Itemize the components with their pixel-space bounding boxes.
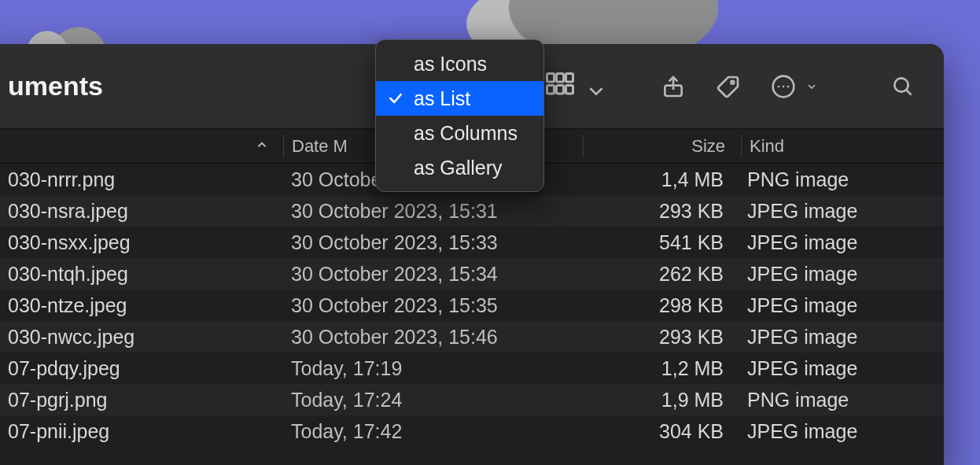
file-kind: JPEG image xyxy=(739,357,944,380)
search-button[interactable] xyxy=(886,69,920,104)
share-button[interactable] xyxy=(656,69,691,104)
sort-ascending-icon xyxy=(255,136,269,157)
file-size: 262 KB xyxy=(582,263,739,286)
window-title: uments xyxy=(8,71,103,101)
file-date: Today, 17:19 xyxy=(283,357,582,380)
file-size: 298 KB xyxy=(582,294,739,317)
view-as-menu: as Iconsas Listas Columnsas Gallery xyxy=(375,39,544,192)
svg-point-1 xyxy=(731,80,734,83)
file-row[interactable]: 07-pgrj.pngToday, 17:241,9 MBPNG image xyxy=(0,384,944,415)
file-list: 030-nrrr.png30 October 2023, 15:291,4 MB… xyxy=(0,164,944,447)
file-row[interactable]: 030-nwcc.jpeg30 October 2023, 15:46293 K… xyxy=(0,321,944,352)
file-size: 1,4 MB xyxy=(582,168,739,191)
file-name: 030-nsxx.jpeg xyxy=(0,231,283,254)
file-size: 293 KB xyxy=(582,200,739,223)
file-date: 30 October 2023, 15:34 xyxy=(283,263,582,286)
grid-icon xyxy=(546,72,574,99)
chevron-down-icon xyxy=(582,79,595,92)
view-menu-item-label: as Icons xyxy=(414,53,487,76)
view-menu-item-label: as Columns xyxy=(414,122,518,145)
column-header-size[interactable]: Size xyxy=(584,136,741,157)
more-actions-button[interactable] xyxy=(766,69,818,104)
file-name: 030-ntze.jpeg xyxy=(0,294,283,317)
chevron-down-icon xyxy=(805,80,818,93)
file-name: 030-nrrr.png xyxy=(0,168,283,191)
file-name: 030-nsra.jpeg xyxy=(0,200,283,223)
file-size: 1,2 MB xyxy=(582,357,739,380)
tags-button[interactable] xyxy=(711,69,746,104)
file-size: 1,9 MB xyxy=(582,389,739,411)
svg-rect-10 xyxy=(566,74,573,83)
file-kind: JPEG image xyxy=(739,294,944,317)
file-name: 07-pnii.jpeg xyxy=(0,420,283,443)
svg-point-3 xyxy=(778,85,780,87)
file-kind: JPEG image xyxy=(739,326,944,349)
file-date: 30 October 2023, 15:33 xyxy=(283,231,582,254)
file-kind: PNG image xyxy=(739,389,944,411)
file-kind: PNG image xyxy=(739,168,944,191)
file-date: 30 October 2023, 15:46 xyxy=(283,326,582,349)
svg-rect-9 xyxy=(557,74,564,83)
file-date: Today, 17:42 xyxy=(283,420,582,443)
file-date: 30 October 2023, 15:31 xyxy=(283,200,582,223)
svg-point-4 xyxy=(783,85,785,87)
view-menu-item[interactable]: as Columns xyxy=(376,116,543,150)
svg-line-7 xyxy=(906,90,911,94)
file-date: 30 October 2023, 15:35 xyxy=(283,294,582,317)
file-size: 304 KB xyxy=(582,420,739,443)
file-row[interactable]: 030-ntze.jpeg30 October 2023, 15:35298 K… xyxy=(0,290,944,321)
svg-point-6 xyxy=(894,78,908,91)
file-row[interactable]: 030-nsxx.jpeg30 October 2023, 15:33541 K… xyxy=(0,227,944,258)
view-menu-item-label: as List xyxy=(414,87,470,110)
view-menu-item[interactable]: as Icons xyxy=(376,46,543,81)
view-menu-item[interactable]: as List xyxy=(376,81,543,116)
file-size: 541 KB xyxy=(582,231,739,254)
file-row[interactable]: 030-nsra.jpeg30 October 2023, 15:31293 K… xyxy=(0,195,944,227)
svg-rect-8 xyxy=(547,74,554,83)
file-kind: JPEG image xyxy=(739,420,944,443)
column-header-size-label: Size xyxy=(691,136,725,156)
svg-point-5 xyxy=(787,85,790,87)
file-name: 07-pgrj.png xyxy=(0,389,283,411)
file-row[interactable]: 030-ntqh.jpeg30 October 2023, 15:34262 K… xyxy=(0,258,944,290)
file-row[interactable]: 07-pdqy.jpegToday, 17:191,2 MBJPEG image xyxy=(0,352,944,384)
column-header-date-label: Date M xyxy=(292,136,348,156)
file-kind: JPEG image xyxy=(739,231,944,254)
column-header-name[interactable] xyxy=(0,136,283,157)
svg-rect-13 xyxy=(566,86,573,94)
view-menu-item-label: as Gallery xyxy=(414,157,503,179)
view-menu-item[interactable]: as Gallery xyxy=(376,150,543,185)
file-name: 030-nwcc.jpeg xyxy=(0,326,283,349)
file-name: 07-pdqy.jpeg xyxy=(0,357,283,380)
checkmark-icon xyxy=(387,90,404,106)
file-date: Today, 17:24 xyxy=(283,389,582,411)
svg-rect-12 xyxy=(557,86,564,94)
file-kind: JPEG image xyxy=(739,200,944,223)
svg-rect-11 xyxy=(547,86,554,94)
column-header-kind[interactable]: Kind xyxy=(742,136,944,157)
group-by-button[interactable] xyxy=(546,72,595,99)
ellipsis-circle-icon xyxy=(766,69,801,104)
file-row[interactable]: 07-pnii.jpegToday, 17:42304 KBJPEG image xyxy=(0,415,944,447)
file-name: 030-ntqh.jpeg xyxy=(0,263,283,286)
file-kind: JPEG image xyxy=(739,263,944,286)
column-header-kind-label: Kind xyxy=(750,136,784,156)
file-size: 293 KB xyxy=(582,326,739,349)
